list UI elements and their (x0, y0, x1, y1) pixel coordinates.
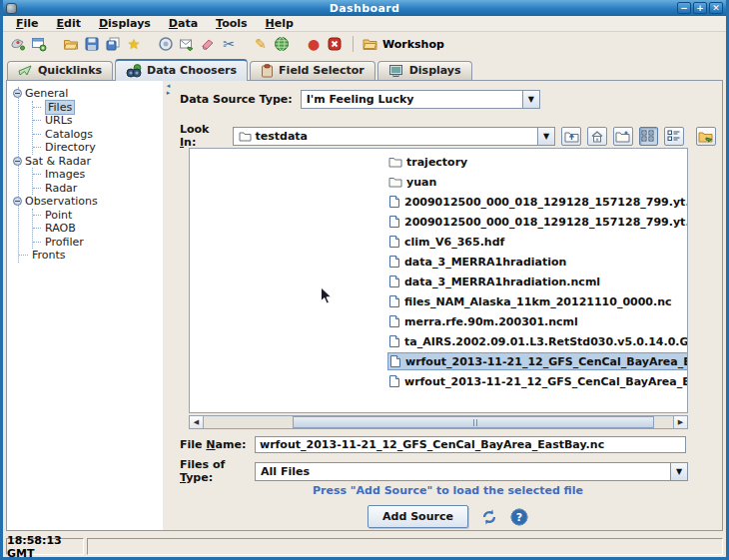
minimize-button[interactable]: − (677, 2, 691, 14)
tree-expand-handle-icon[interactable] (13, 157, 22, 166)
file-row[interactable]: yuan (190, 172, 687, 192)
file-chooser: Data Source Type: I'm Feeling Lucky ▼ Lo… (174, 81, 722, 530)
home-icon (590, 130, 604, 143)
tree-group-observations[interactable]: Observations (13, 195, 161, 209)
file-row-selected[interactable]: wrfout_2013-11-21_12_GFS_CenCal_BayArea_… (190, 351, 687, 371)
file-icon (388, 215, 400, 229)
favorites-star-icon[interactable]: ★ (125, 35, 143, 53)
file-icon (388, 334, 400, 348)
scroll-left-icon[interactable]: ◀ (190, 416, 204, 428)
clock-display: 18:58:13 GMT (6, 538, 84, 555)
tree-item-raob[interactable]: RAOB (33, 222, 161, 236)
menu-help[interactable]: Help (257, 17, 303, 30)
menu-data[interactable]: Data (160, 17, 207, 30)
eraser-icon[interactable] (199, 35, 217, 53)
workshop-button[interactable]: Workshop (363, 37, 444, 51)
maximize-button[interactable]: + (693, 2, 707, 14)
file-row[interactable]: files_NAM_Alaska_11km_20121110_0000.nc (190, 291, 687, 311)
tree-item-point[interactable]: Point (33, 209, 161, 223)
file-row[interactable]: data_3_MERRA1hradiation (190, 252, 687, 272)
refresh-icon (480, 508, 498, 526)
menu-edit[interactable]: Edit (48, 17, 90, 30)
menu-tools[interactable]: Tools (207, 17, 256, 30)
list-view-toggle[interactable] (664, 127, 684, 146)
open-folder-icon[interactable] (62, 35, 80, 53)
home-button[interactable] (587, 127, 607, 146)
up-folder-button[interactable] (561, 127, 581, 146)
status-message: Press "Add Source" to load the selected … (174, 484, 722, 497)
tree-item-profiler[interactable]: Profiler (33, 236, 161, 250)
chevron-down-icon[interactable]: ▼ (537, 128, 554, 145)
titlebar[interactable]: Dashboard − + ✕ (3, 0, 726, 16)
tree-item-directory[interactable]: Directory (33, 141, 161, 155)
menu-file[interactable]: File (7, 17, 48, 30)
files-of-type-combobox[interactable]: All Files ▼ (255, 462, 688, 481)
tab-displays[interactable]: Displays (377, 61, 472, 80)
tree-item-radar[interactable]: Radar (33, 182, 161, 196)
file-icon (388, 235, 400, 249)
folder-icon (388, 176, 402, 188)
status-bar: 18:58:13 GMT (4, 537, 725, 556)
add-source-button[interactable]: Add Source (367, 505, 468, 528)
load-selected-button[interactable] (696, 127, 716, 146)
file-row[interactable]: ta_AIRS.2002.09.01.L3.RetStd030.v5.0.14.… (190, 331, 687, 351)
support-icon[interactable] (157, 35, 175, 53)
window-title: Dashboard (3, 2, 726, 15)
split-divider[interactable]: ◂▸ (163, 81, 174, 530)
file-icon (388, 374, 400, 388)
tree-item-catalogs[interactable]: Catalogs (33, 128, 161, 142)
help-button[interactable]: ? (510, 508, 528, 526)
tree-group-general[interactable]: General (13, 87, 161, 101)
stop-close-icon[interactable] (326, 35, 344, 53)
scrollbar-track[interactable] (204, 416, 673, 428)
save-copy-icon[interactable] (104, 35, 122, 53)
folder-icon (239, 131, 252, 142)
file-row[interactable]: clim_V6_365.hdf (190, 232, 687, 252)
file-row[interactable]: data_3_MERRA1hradiation.ncml (190, 272, 687, 291)
grid-view-toggle[interactable] (639, 127, 659, 146)
new-folder-button[interactable] (613, 127, 633, 146)
data-source-type-combobox[interactable]: I'm Feeling Lucky ▼ (301, 90, 540, 109)
file-list[interactable]: trajectory yuan 2009012500_000_018_12912… (189, 148, 688, 413)
new-window-icon[interactable] (30, 35, 48, 53)
divider-collapse-icons[interactable]: ◂▸ (163, 83, 174, 97)
save-icon[interactable] (83, 35, 101, 53)
chevron-down-icon[interactable]: ▼ (670, 463, 687, 480)
cut-scissors-icon[interactable]: ✂ (220, 35, 238, 53)
tree-item-fronts[interactable]: Fronts (19, 249, 161, 263)
show-dashboard-icon[interactable] (9, 35, 27, 53)
globe-icon[interactable] (273, 35, 291, 53)
edit-pencil-icon[interactable]: ✎ (252, 35, 270, 53)
file-row[interactable]: trajectory (190, 152, 687, 172)
menu-displays[interactable]: Displays (90, 17, 160, 30)
status-field (87, 538, 723, 555)
file-name-input[interactable] (255, 436, 686, 453)
send-mail-icon[interactable] (178, 35, 196, 53)
record-icon[interactable]: ● (305, 35, 323, 53)
new-folder-icon (615, 130, 630, 143)
look-in-combobox[interactable]: testdata ▼ (233, 127, 556, 146)
scrollbar-thumb[interactable] (293, 416, 654, 428)
dashboard-window: Dashboard − + ✕ File Edit Displays Data … (0, 0, 729, 560)
refresh-button[interactable] (480, 508, 498, 526)
tab-quicklinks[interactable]: Quicklinks (7, 61, 113, 80)
tree-expand-handle-icon[interactable] (13, 197, 22, 206)
tree-expand-handle-icon[interactable] (13, 89, 22, 98)
tree-item-urls[interactable]: URLs (33, 114, 161, 128)
file-row[interactable]: merra.rfe.90m.200301.ncml (190, 311, 687, 331)
main-toolbar: ★ ✂ ✎ ● Workshop (3, 32, 726, 56)
file-row[interactable]: 2009012500_000_018_129128_157128_799.yt.… (190, 192, 687, 212)
horizontal-scrollbar[interactable]: ◀ ▶ (189, 415, 688, 429)
file-row[interactable]: 2009012500_000_018_129128_157128_799.yt.… (190, 212, 687, 232)
tree-item-files[interactable]: Files (33, 101, 161, 115)
folder-go-icon (698, 130, 714, 143)
tab-field-selector[interactable]: Field Selector (250, 61, 375, 80)
tree-group-sat-radar[interactable]: Sat & Radar (13, 155, 161, 169)
file-row[interactable]: wrfout_2013-11-21_12_GFS_CenCal_BayArea_… (190, 371, 687, 391)
close-button[interactable]: ✕ (709, 2, 723, 14)
tree-item-images[interactable]: Images (33, 168, 161, 182)
chevron-down-icon[interactable]: ▼ (522, 91, 539, 108)
up-folder-icon (564, 130, 579, 143)
scroll-right-icon[interactable]: ▶ (673, 416, 687, 428)
tab-data-choosers[interactable]: Data Choosers (115, 59, 248, 81)
